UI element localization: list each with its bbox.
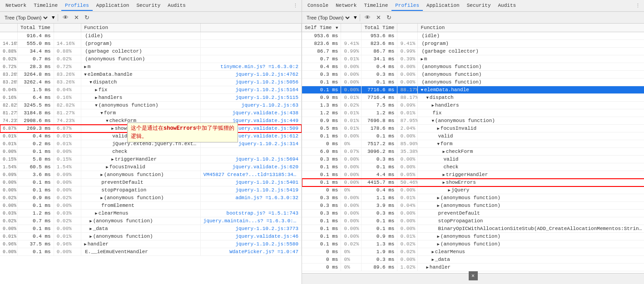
table-row[interactable]: 6.0 ms 0.07% 3096.2 ms 35.38% ▶checkForm… xyxy=(302,148,644,156)
expand-arrow[interactable]: ▶ xyxy=(106,165,108,170)
table-row[interactable]: 0.7 ms 0.01% 34.1 ms 0.39% ▶m tinymce.mi… xyxy=(302,55,644,63)
table-row[interactable]: 0.1 ms 0.00% 0.1 ms 0.00% BinaryOpICWith… xyxy=(302,225,644,233)
tab-timeline-left[interactable]: Timeline xyxy=(30,1,61,11)
expand-arrow[interactable]: ▶ xyxy=(89,235,92,239)
source-cell[interactable]: jquery-1.10.2.js:5419 xyxy=(200,186,301,194)
expand-arrow[interactable]: ▶ xyxy=(442,173,445,177)
tab-network-left[interactable]: Network xyxy=(2,1,30,11)
source-cell[interactable] xyxy=(200,202,301,210)
table-row[interactable]: 0.1 ms 0.00% 4415.7 ms 50.46% ▶showError… xyxy=(302,179,644,186)
table-row[interactable]: 0.1 ms 0.00% 0.1 ms 0.00% stopPropagatio… xyxy=(302,217,644,225)
table-row[interactable]: 0 ms 0% 0.4 ms 0.00% ▶jQuery jquery-1.10… xyxy=(302,186,644,194)
tab-profiles-left[interactable]: Profiles xyxy=(61,1,93,11)
table-row[interactable]: 6.87% 269.3 ms 6.87% ▶showErrors jquery.… xyxy=(0,125,302,132)
source-cell[interactable]: jquery-1.10.2.js:5056 xyxy=(200,78,301,86)
source-cell[interactable]: jquery-1.10.2.js:63 xyxy=(200,102,301,109)
table-row[interactable]: 0.1 ms 0.00% 0.9 ms 0.01% ▶(anonymous fu… xyxy=(302,233,644,240)
table-row[interactable]: 0.9 ms 0.01% 7716.4 ms 88.17% ▼dispatch … xyxy=(302,94,644,102)
expand-arrow[interactable]: ▼ xyxy=(431,119,434,123)
view-selector-right[interactable]: Tree (Top Down) xyxy=(305,15,351,21)
expand-arrow[interactable]: ▶ xyxy=(95,88,97,93)
tab-application-left[interactable]: Application xyxy=(93,1,133,11)
table-row[interactable]: 0.16% 6.4 ms 0.16% ▶handlers jquery-1.10… xyxy=(0,94,302,102)
source-cell[interactable]: jquery.validate.js:449 xyxy=(200,117,301,125)
table-row[interactable]: 0.1 ms 0.00% 0.1 ms 0.00% valid xyxy=(302,132,644,140)
table-row[interactable]: 0.00% 0.1 ms 0.00% ▶_data jquery-1.10.2.… xyxy=(0,225,302,233)
col-header-total-right[interactable]: Total Time xyxy=(362,24,397,32)
source-cell[interactable]: jquery.validate.js:46 xyxy=(200,233,301,240)
eye-button-left[interactable]: 👁 xyxy=(61,13,70,22)
source-cell[interactable]: admin.js? =1.6.3.0:32 xyxy=(200,194,301,202)
table-row[interactable]: 823.6 ms 9.41% 823.6 ms 9.41% (program) xyxy=(302,40,644,48)
table-row[interactable]: 0.9 ms 0.01% 7696.8 ms 87.95% ▼(anonymou… xyxy=(302,117,644,125)
table-row[interactable]: 0.00% 0.1 ms 0.00% fromElement xyxy=(0,202,302,210)
tab-security-left[interactable]: Security xyxy=(133,1,164,11)
table-row[interactable]: 0 ms 0% 0.3 ms 0.00% ▶_data jquery-1.10.… xyxy=(302,256,644,264)
left-data-table-wrapper[interactable]: Total Time Function 916.4 ms (idle) 14.1… xyxy=(0,24,302,284)
source-cell[interactable]: jquery-1.10.2.js:5401 xyxy=(200,179,301,186)
table-row[interactable]: 1.2 ms 0.01% 1.2 ms 0.01% fix jquery-1.1… xyxy=(302,109,644,117)
expand-arrow[interactable]: ▶ xyxy=(442,181,445,185)
table-row[interactable]: 0.1 ms 0.00% 0.1 ms 0.00% (anonymous fun… xyxy=(302,78,644,86)
source-cell[interactable]: jquery.validate.js:438 xyxy=(200,109,301,117)
expand-arrow[interactable]: ▶ xyxy=(95,96,97,100)
table-row[interactable]: 0.1 ms 0.00% 0.1 ms 0.00% check xyxy=(302,163,644,171)
source-cell[interactable]: jquery.maintain...s? =1.6.3.0:31 xyxy=(200,217,301,225)
table-row[interactable]: 0.88% 34.4 ms 0.88% (garbage collector) xyxy=(0,48,302,55)
table-row[interactable]: 0.00% 0.1 ms 0.00% stopPropagation jquer… xyxy=(0,186,302,194)
table-row[interactable]: 0.04% 1.5 ms 0.04% ▶fix jquery-1.10.2.js… xyxy=(0,86,302,94)
expand-arrow[interactable]: ▶ xyxy=(111,157,114,162)
table-row[interactable]: 0 ms 0% 89.6 ms 1.02% ▶handler jquery-1.… xyxy=(302,264,644,271)
table-row[interactable]: 0.3 ms 0.00% 0.3 ms 0.00% valid jquery.v… xyxy=(302,156,644,163)
expand-arrow[interactable]: ▼ xyxy=(426,96,428,100)
table-row[interactable]: 0.00% 0.1 ms 0.00% E.__ieEmuEventHandler… xyxy=(0,248,302,256)
expand-arrow[interactable]: ▶ xyxy=(84,242,86,247)
panel-close-button[interactable]: × xyxy=(469,271,478,280)
expand-arrow[interactable]: ▶ xyxy=(437,235,439,239)
table-row[interactable]: 83.26% 3264.8 ms 83.26% ▼elemData.handle… xyxy=(0,71,302,78)
expand-arrow[interactable]: ▼ xyxy=(437,142,439,147)
table-row[interactable]: 0 ms 0% 1.9 ms 0.02% ▶clearMenus bootstr… xyxy=(302,248,644,256)
refresh-button-left[interactable]: ↻ xyxy=(83,13,91,22)
table-row[interactable]: 0.03% 1.2 ms 0.03% ▶clearMenus bootstrap… xyxy=(0,210,302,217)
expand-arrow[interactable]: ▶ xyxy=(442,150,445,154)
expand-arrow[interactable]: ▶ xyxy=(431,258,434,262)
col-header-func-right[interactable]: Function xyxy=(418,24,644,32)
source-cell[interactable]: jquery-1.10.2.js:314 xyxy=(200,140,301,148)
eye-button-right[interactable]: 👁 xyxy=(363,13,372,22)
tab-audits-right[interactable]: Audits xyxy=(495,1,520,11)
tab-application-right[interactable]: Application xyxy=(423,1,463,11)
table-row[interactable]: 916.4 ms (idle) xyxy=(0,32,302,40)
table-row[interactable]: 74.23% 2908.6 ms 74.23% ▼checkForm jquer… xyxy=(0,117,302,125)
tab-console-right[interactable]: Console xyxy=(304,1,332,11)
close-button-right[interactable]: ✕ xyxy=(374,13,383,22)
expand-arrow[interactable]: ▼ xyxy=(84,73,86,77)
tab-more-right[interactable]: ⋮ xyxy=(634,3,642,9)
expand-arrow[interactable]: ▶ xyxy=(431,103,434,108)
source-cell[interactable]: jquery.validate.js:612 xyxy=(200,132,301,140)
source-cell[interactable]: jquery-1.10.2.js:5115 xyxy=(200,94,301,102)
source-cell[interactable] xyxy=(200,40,301,48)
view-selector-left[interactable]: Tree (Top Down) xyxy=(3,15,49,21)
expand-arrow[interactable]: ▼ xyxy=(95,103,97,108)
table-row[interactable]: 0.5 ms 0.01% 178.6 ms 2.04% ▶focusInvali… xyxy=(302,125,644,132)
table-row[interactable]: 0.96% 37.5 ms 0.96% ▶handler jquery-1.10… xyxy=(0,240,302,248)
table-row[interactable]: 0.1 ms 0.00% 7716.6 ms 88.17% ▼elemData.… xyxy=(302,86,644,94)
tab-security-right[interactable]: Security xyxy=(463,1,495,11)
tab-profiles-right[interactable]: Profiles xyxy=(391,1,423,11)
col-header-time2[interactable] xyxy=(54,24,81,32)
source-cell[interactable] xyxy=(200,48,301,55)
table-row[interactable]: 82.82% 3245.5 ms 82.82% ▼(anonymous func… xyxy=(0,102,302,109)
expand-arrow[interactable]: ▶ xyxy=(448,188,450,193)
expand-arrow[interactable]: ▼ xyxy=(421,88,423,93)
expand-arrow[interactable]: ▶ xyxy=(100,196,103,201)
table-row[interactable]: 0.01% 0.2 ms 0.01% jQuery.extend.jQuery.… xyxy=(0,140,302,148)
table-row[interactable]: 0.02% 0.9 ms 0.02% ▶(anonymous function)… xyxy=(0,194,302,202)
table-row[interactable]: 0.01% 0.4 ms 0.01% valid jquery.validate… xyxy=(0,132,302,140)
expand-arrow[interactable]: ▶ xyxy=(426,265,428,270)
table-row[interactable]: 953.6 ms 953.6 ms (idle) xyxy=(302,32,644,40)
col-header-function[interactable]: Function xyxy=(81,24,201,32)
source-cell[interactable]: jquery-1.10.2.js:3773 xyxy=(200,225,301,233)
table-row[interactable]: 0.15% 5.8 ms 0.15% ▶triggerHandler jquer… xyxy=(0,156,302,163)
table-row[interactable]: 0.09% 3.6 ms 0.09% ▶(anonymous function)… xyxy=(0,171,302,179)
